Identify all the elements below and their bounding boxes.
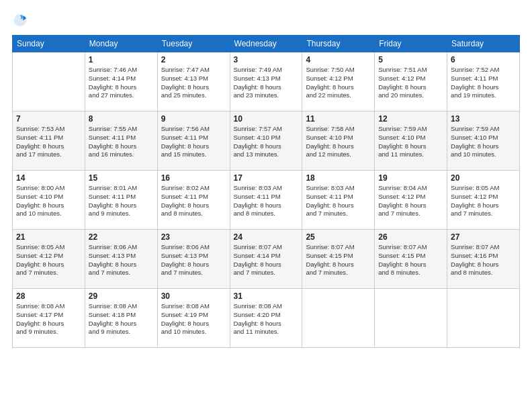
day-info: Sunrise: 7:52 AM Sunset: 4:11 PM Dayligh…: [451, 66, 516, 100]
day-number: 23: [161, 232, 226, 242]
day-number: 5: [378, 55, 443, 64]
day-info: Sunrise: 8:02 AM Sunset: 4:11 PM Dayligh…: [161, 184, 226, 218]
table-row: 16Sunrise: 8:02 AM Sunset: 4:11 PM Dayli…: [157, 171, 230, 230]
day-number: 29: [89, 291, 154, 301]
table-row: 23Sunrise: 8:06 AM Sunset: 4:13 PM Dayli…: [157, 230, 230, 289]
table-row: 1Sunrise: 7:46 AM Sunset: 4:14 PM Daylig…: [85, 52, 157, 111]
day-number: 19: [378, 173, 443, 183]
table-row: 17Sunrise: 8:03 AM Sunset: 4:11 PM Dayli…: [230, 171, 302, 230]
day-number: 18: [306, 173, 371, 183]
day-number: 30: [161, 291, 226, 301]
day-info: Sunrise: 8:08 AM Sunset: 4:19 PM Dayligh…: [161, 302, 226, 336]
day-number: 14: [16, 173, 81, 183]
day-info: Sunrise: 7:46 AM Sunset: 4:14 PM Dayligh…: [89, 66, 154, 100]
day-info: Sunrise: 7:51 AM Sunset: 4:12 PM Dayligh…: [378, 66, 443, 100]
day-info: Sunrise: 8:07 AM Sunset: 4:16 PM Dayligh…: [451, 243, 516, 277]
day-info: Sunrise: 8:08 AM Sunset: 4:17 PM Dayligh…: [16, 302, 81, 336]
day-info: Sunrise: 8:07 AM Sunset: 4:14 PM Dayligh…: [234, 243, 299, 277]
calendar-week-row: 14Sunrise: 8:00 AM Sunset: 4:10 PM Dayli…: [13, 171, 520, 230]
calendar-week-row: 1Sunrise: 7:46 AM Sunset: 4:14 PM Daylig…: [13, 52, 520, 111]
table-row: 10Sunrise: 7:57 AM Sunset: 4:10 PM Dayli…: [230, 111, 302, 171]
table-row: 14Sunrise: 8:00 AM Sunset: 4:10 PM Dayli…: [13, 171, 85, 230]
day-number: 15: [89, 173, 154, 183]
day-number: 20: [451, 173, 516, 183]
table-row: 7Sunrise: 7:53 AM Sunset: 4:11 PM Daylig…: [13, 111, 85, 171]
day-info: Sunrise: 8:07 AM Sunset: 4:15 PM Dayligh…: [378, 243, 443, 277]
page: Sunday Monday Tuesday Wednesday Thursday…: [0, 0, 532, 411]
day-info: Sunrise: 8:08 AM Sunset: 4:18 PM Dayligh…: [89, 302, 154, 336]
day-number: 6: [451, 55, 516, 64]
day-number: 22: [89, 232, 154, 242]
day-number: 25: [306, 232, 371, 242]
day-number: 1: [89, 55, 154, 64]
day-number: 21: [16, 232, 81, 242]
table-row: 20Sunrise: 8:05 AM Sunset: 4:12 PM Dayli…: [447, 171, 520, 230]
day-number: 9: [161, 114, 226, 124]
day-number: 16: [161, 173, 226, 183]
table-row: 12Sunrise: 7:59 AM Sunset: 4:10 PM Dayli…: [375, 111, 447, 171]
logo-icon: [12, 12, 28, 28]
calendar-header-row: Sunday Monday Tuesday Wednesday Thursday…: [13, 36, 520, 52]
col-wednesday: Wednesday: [230, 36, 302, 52]
calendar-week-row: 28Sunrise: 8:08 AM Sunset: 4:17 PM Dayli…: [13, 289, 520, 348]
col-monday: Monday: [85, 36, 157, 52]
day-info: Sunrise: 7:59 AM Sunset: 4:10 PM Dayligh…: [451, 125, 516, 159]
day-info: Sunrise: 7:59 AM Sunset: 4:10 PM Dayligh…: [378, 125, 443, 159]
col-sunday: Sunday: [13, 36, 85, 52]
day-number: 11: [306, 114, 371, 124]
table-row: 22Sunrise: 8:06 AM Sunset: 4:13 PM Dayli…: [85, 230, 157, 289]
table-row: 2Sunrise: 7:47 AM Sunset: 4:13 PM Daylig…: [157, 52, 230, 111]
col-friday: Friday: [375, 36, 447, 52]
day-number: 26: [378, 232, 443, 242]
table-row: [375, 289, 447, 348]
table-row: 11Sunrise: 7:58 AM Sunset: 4:10 PM Dayli…: [302, 111, 375, 171]
day-number: 3: [234, 55, 299, 64]
calendar-week-row: 7Sunrise: 7:53 AM Sunset: 4:11 PM Daylig…: [13, 111, 520, 171]
table-row: 28Sunrise: 8:08 AM Sunset: 4:17 PM Dayli…: [13, 289, 85, 348]
day-info: Sunrise: 8:07 AM Sunset: 4:15 PM Dayligh…: [306, 243, 371, 277]
day-info: Sunrise: 8:04 AM Sunset: 4:12 PM Dayligh…: [378, 184, 443, 218]
day-info: Sunrise: 8:01 AM Sunset: 4:11 PM Dayligh…: [89, 184, 154, 218]
day-number: 7: [16, 114, 81, 124]
col-tuesday: Tuesday: [157, 36, 230, 52]
day-number: 17: [234, 173, 299, 183]
table-row: 26Sunrise: 8:07 AM Sunset: 4:15 PM Dayli…: [375, 230, 447, 289]
day-info: Sunrise: 7:47 AM Sunset: 4:13 PM Dayligh…: [161, 66, 226, 100]
day-number: 2: [161, 55, 226, 64]
day-number: 10: [234, 114, 299, 124]
day-info: Sunrise: 8:05 AM Sunset: 4:12 PM Dayligh…: [16, 243, 81, 277]
day-info: Sunrise: 8:08 AM Sunset: 4:20 PM Dayligh…: [234, 302, 299, 336]
day-info: Sunrise: 8:03 AM Sunset: 4:11 PM Dayligh…: [234, 184, 299, 218]
table-row: 31Sunrise: 8:08 AM Sunset: 4:20 PM Dayli…: [230, 289, 302, 348]
day-info: Sunrise: 7:57 AM Sunset: 4:10 PM Dayligh…: [234, 125, 299, 159]
col-thursday: Thursday: [302, 36, 375, 52]
table-row: 29Sunrise: 8:08 AM Sunset: 4:18 PM Dayli…: [85, 289, 157, 348]
day-info: Sunrise: 7:58 AM Sunset: 4:10 PM Dayligh…: [306, 125, 371, 159]
day-number: 4: [306, 55, 371, 64]
table-row: 8Sunrise: 7:55 AM Sunset: 4:11 PM Daylig…: [85, 111, 157, 171]
table-row: 18Sunrise: 8:03 AM Sunset: 4:11 PM Dayli…: [302, 171, 375, 230]
header: [12, 12, 520, 28]
day-info: Sunrise: 7:55 AM Sunset: 4:11 PM Dayligh…: [89, 125, 154, 159]
table-row: 19Sunrise: 8:04 AM Sunset: 4:12 PM Dayli…: [375, 171, 447, 230]
day-number: 31: [234, 291, 299, 301]
day-info: Sunrise: 7:53 AM Sunset: 4:11 PM Dayligh…: [16, 125, 81, 159]
table-row: [447, 289, 520, 348]
day-number: 13: [451, 114, 516, 124]
day-info: Sunrise: 7:56 AM Sunset: 4:11 PM Dayligh…: [161, 125, 226, 159]
table-row: 9Sunrise: 7:56 AM Sunset: 4:11 PM Daylig…: [157, 111, 230, 171]
table-row: 4Sunrise: 7:50 AM Sunset: 4:12 PM Daylig…: [302, 52, 375, 111]
table-row: [13, 52, 85, 111]
day-info: Sunrise: 8:03 AM Sunset: 4:11 PM Dayligh…: [306, 184, 371, 218]
day-info: Sunrise: 8:05 AM Sunset: 4:12 PM Dayligh…: [451, 184, 516, 218]
day-number: 12: [378, 114, 443, 124]
logo: [12, 12, 31, 28]
table-row: 30Sunrise: 8:08 AM Sunset: 4:19 PM Dayli…: [157, 289, 230, 348]
day-number: 27: [451, 232, 516, 242]
table-row: 21Sunrise: 8:05 AM Sunset: 4:12 PM Dayli…: [13, 230, 85, 289]
day-info: Sunrise: 8:00 AM Sunset: 4:10 PM Dayligh…: [16, 184, 81, 218]
calendar: Sunday Monday Tuesday Wednesday Thursday…: [12, 35, 520, 348]
day-number: 8: [89, 114, 154, 124]
col-saturday: Saturday: [447, 36, 520, 52]
calendar-week-row: 21Sunrise: 8:05 AM Sunset: 4:12 PM Dayli…: [13, 230, 520, 289]
